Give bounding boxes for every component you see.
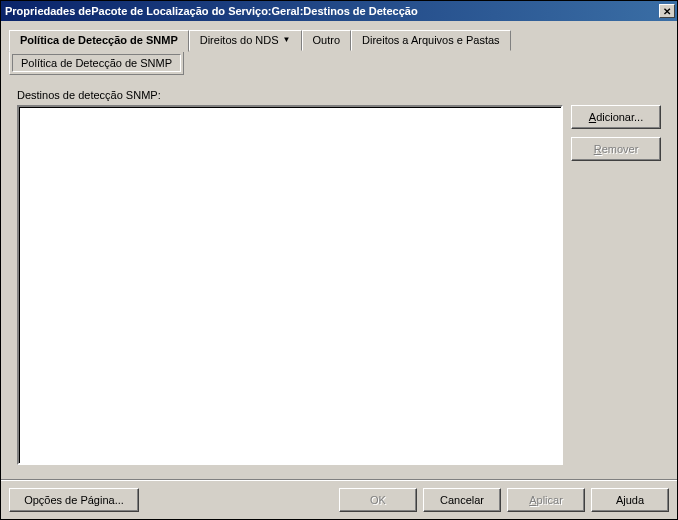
snmp-targets-listbox[interactable]: [17, 105, 563, 465]
tabs-row: Política de Detecção de SNMP Direitos do…: [9, 29, 669, 51]
button-label: Ajuda: [616, 494, 644, 506]
subtabs-row: Política de Detecção de SNMP: [9, 51, 184, 75]
tab-label: Política de Detecção de SNMP: [20, 34, 178, 46]
titlebar-buttons: ✕: [657, 4, 677, 18]
help-button[interactable]: Ajuda: [591, 488, 669, 512]
main-panel: Destinos de detecção SNMP: Adicionar... …: [9, 75, 669, 473]
side-buttons: Adicionar... Remover: [571, 105, 661, 465]
tab-label: Direitos a Arquivos e Pastas: [362, 34, 500, 46]
titlebar: Propriedades dePacote de Localização do …: [1, 1, 677, 21]
button-label: Opções de Página...: [24, 494, 124, 506]
button-label: Remover: [594, 143, 639, 155]
dialog-window: Propriedades dePacote de Localização do …: [0, 0, 678, 520]
tab-snmp-policy[interactable]: Política de Detecção de SNMP: [9, 30, 189, 52]
list-row: Adicionar... Remover: [17, 105, 661, 465]
close-button[interactable]: ✕: [659, 4, 675, 18]
bottom-left: Opções de Página...: [9, 488, 139, 512]
close-icon: ✕: [663, 6, 671, 17]
cancel-button[interactable]: Cancelar: [423, 488, 501, 512]
tab-other[interactable]: Outro: [302, 30, 352, 51]
button-label: Cancelar: [440, 494, 484, 506]
subtab-snmp-policy[interactable]: Política de Detecção de SNMP: [12, 54, 181, 72]
chevron-down-icon: ▼: [283, 36, 291, 44]
remove-button[interactable]: Remover: [571, 137, 661, 161]
button-label: Adicionar...: [589, 111, 643, 123]
button-label: Aplicar: [529, 494, 563, 506]
bottom-right: OK Cancelar Aplicar Ajuda: [339, 488, 669, 512]
page-options-button[interactable]: Opções de Página...: [9, 488, 139, 512]
add-button[interactable]: Adicionar...: [571, 105, 661, 129]
tab-label: Direitos do NDS: [200, 34, 279, 46]
button-label: OK: [370, 494, 386, 506]
bottom-bar: Opções de Página... OK Cancelar Aplicar …: [1, 479, 677, 519]
tab-file-folder-rights[interactable]: Direitos a Arquivos e Pastas: [351, 30, 511, 51]
window-title: Propriedades dePacote de Localização do …: [5, 5, 418, 17]
apply-button[interactable]: Aplicar: [507, 488, 585, 512]
subtab-label: Política de Detecção de SNMP: [21, 57, 172, 69]
tab-nds-rights[interactable]: Direitos do NDS ▼: [189, 30, 302, 51]
list-label: Destinos de detecção SNMP:: [17, 89, 661, 101]
ok-button[interactable]: OK: [339, 488, 417, 512]
content-area: Política de Detecção de SNMP Direitos do…: [1, 21, 677, 473]
tab-label: Outro: [313, 34, 341, 46]
